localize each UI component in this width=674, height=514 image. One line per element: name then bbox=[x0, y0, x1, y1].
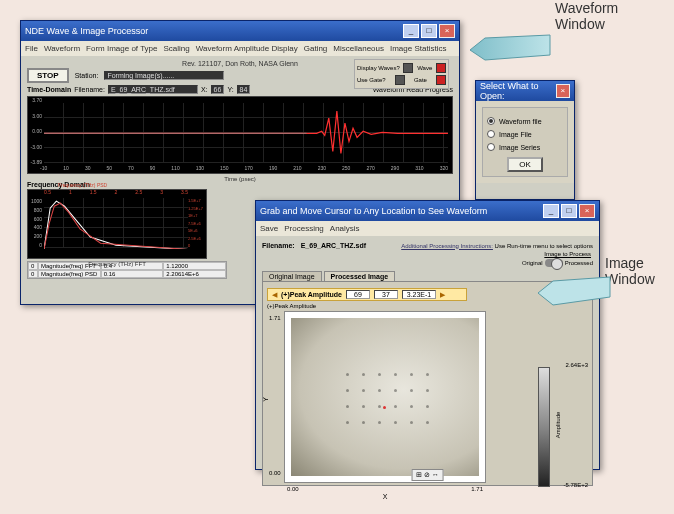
freq-section-title: Frequency Domain bbox=[27, 181, 227, 188]
colorbar-label: Amplitude bbox=[556, 412, 562, 439]
tab-processed[interactable]: Processed Image bbox=[324, 271, 396, 281]
view-tools[interactable]: ⊞ ⊘ ↔ bbox=[411, 469, 444, 481]
titlebar[interactable]: NDE Wave & Image Processor _ □ × bbox=[21, 21, 459, 41]
time-section-title: Time-Domain bbox=[27, 86, 71, 93]
minimize-icon[interactable]: _ bbox=[403, 24, 419, 38]
pinhole bbox=[378, 373, 381, 376]
pinhole bbox=[346, 373, 349, 376]
menu-item[interactable]: File bbox=[25, 44, 38, 53]
station-label: Station: bbox=[75, 72, 99, 79]
instructions-link[interactable]: Additional Processing Instructions: bbox=[401, 243, 493, 249]
minimize-icon[interactable]: _ bbox=[543, 204, 559, 218]
frequency-domain-plot[interactable]: 0.511.522.533.5 Frequency (THz) PSD 1000… bbox=[27, 189, 207, 259]
toolstrip: ◀ (+)Peak Amplitude 69 37 3.23E-1 ▶ bbox=[267, 288, 467, 301]
y-axis-label: Y bbox=[262, 397, 269, 402]
pinhole bbox=[346, 421, 349, 424]
titlebar[interactable]: Grab and Move Cursor to Any Location to … bbox=[256, 201, 599, 221]
menu-item[interactable]: Scaling bbox=[163, 44, 189, 53]
select-open-dialog: Select What to Open: × Waveform file Ima… bbox=[475, 80, 575, 200]
radio-dot-icon bbox=[487, 143, 495, 151]
use-gate-label: Use Gate? bbox=[357, 77, 386, 83]
time-domain-plot[interactable]: 3.70 3.00 0.00 -3.00 -3.89 -101030507090… bbox=[27, 96, 453, 174]
maximize-icon[interactable]: □ bbox=[561, 204, 577, 218]
pinhole bbox=[346, 389, 349, 392]
freq-x-axis-label: Frequency (THz) FFT bbox=[88, 261, 146, 267]
menu-item[interactable]: Image Statistics bbox=[390, 44, 446, 53]
gate-checkbox[interactable] bbox=[436, 75, 446, 85]
filename-value: E_69_ARC_THZ.sdf bbox=[301, 242, 366, 249]
tool-name: (+)Peak Amplitude bbox=[281, 291, 342, 298]
wave-checkbox[interactable] bbox=[436, 63, 446, 73]
close-icon[interactable]: × bbox=[439, 24, 455, 38]
value-2[interactable]: 37 bbox=[374, 290, 398, 299]
pinhole bbox=[394, 373, 397, 376]
colorbar-min: -5.78E+2 bbox=[563, 482, 588, 488]
pinhole bbox=[426, 389, 429, 392]
freq-psd-header: Frequency (THz) PSD bbox=[58, 182, 107, 188]
radio-dot-icon bbox=[487, 130, 495, 138]
tab-original[interactable]: Original Image bbox=[262, 271, 322, 281]
colorbar-max: 2.64E+3 bbox=[565, 362, 588, 368]
pinhole bbox=[378, 421, 381, 424]
ok-button[interactable]: OK bbox=[507, 157, 543, 172]
colorbar[interactable] bbox=[538, 367, 550, 487]
station-field: Forming Image(s)...... bbox=[104, 71, 224, 80]
menu-item[interactable]: Gating bbox=[304, 44, 328, 53]
pinhole bbox=[426, 405, 429, 408]
pinhole bbox=[362, 421, 365, 424]
toggle-switch[interactable] bbox=[545, 259, 563, 267]
pinhole bbox=[346, 405, 349, 408]
title-text: Grab and Move Cursor to Any Location to … bbox=[260, 206, 487, 216]
dialog-titlebar[interactable]: Select What to Open: × bbox=[476, 81, 574, 101]
pinhole bbox=[426, 421, 429, 424]
wave-label: Wave bbox=[417, 65, 432, 71]
stop-button[interactable]: STOP bbox=[27, 68, 69, 83]
filename-label: Filename: bbox=[74, 86, 105, 93]
filename-field: E_69_ARC_THZ.sdf bbox=[108, 85, 198, 94]
radio-image-series[interactable]: Image Series bbox=[487, 143, 563, 151]
radio-waveform-file[interactable]: Waveform file bbox=[487, 117, 563, 125]
menu-item[interactable]: Save bbox=[260, 224, 278, 233]
menu-item[interactable]: Waveform bbox=[44, 44, 80, 53]
dialog-title: Select What to Open: bbox=[480, 81, 554, 101]
close-icon[interactable]: × bbox=[579, 204, 595, 218]
use-gate-checkbox[interactable] bbox=[395, 75, 405, 85]
menu-item[interactable]: Processing bbox=[284, 224, 324, 233]
menu-item[interactable]: Miscellaneous bbox=[333, 44, 384, 53]
arrow-right-icon[interactable]: ▶ bbox=[440, 291, 445, 299]
arrow-icon bbox=[535, 275, 615, 315]
pinhole bbox=[394, 405, 397, 408]
image-view[interactable] bbox=[285, 312, 485, 482]
arrow-left-icon[interactable]: ◀ bbox=[272, 291, 277, 299]
pinhole bbox=[410, 421, 413, 424]
waveform-trace bbox=[44, 103, 448, 164]
close-icon[interactable]: × bbox=[556, 84, 570, 98]
arrow-icon bbox=[465, 30, 555, 70]
pinhole bbox=[362, 373, 365, 376]
pinhole bbox=[394, 389, 397, 392]
maximize-icon[interactable]: □ bbox=[421, 24, 437, 38]
time-x-axis-label: Time (psec) bbox=[224, 176, 255, 182]
cursor-point-icon[interactable] bbox=[383, 406, 386, 409]
value-1[interactable]: 69 bbox=[346, 290, 370, 299]
title-text: NDE Wave & Image Processor bbox=[25, 26, 148, 36]
menubar: Save Processing Analysis bbox=[256, 221, 599, 236]
x-label: X: bbox=[201, 86, 208, 93]
value-3[interactable]: 3.23E-1 bbox=[402, 290, 436, 299]
x-field: 66 bbox=[211, 85, 225, 94]
radio-image-file[interactable]: Image File bbox=[487, 130, 563, 138]
y-label: Y: bbox=[227, 86, 233, 93]
menu-item[interactable]: Analysis bbox=[330, 224, 360, 233]
display-waves-checkbox[interactable] bbox=[403, 63, 413, 73]
pinhole bbox=[378, 389, 381, 392]
image-process-toggle[interactable]: Image to Process bbox=[544, 251, 593, 257]
y-field: 84 bbox=[237, 85, 251, 94]
menubar: File Waveform Form Image of Type Scaling… bbox=[21, 41, 459, 56]
pinhole bbox=[410, 405, 413, 408]
menu-item[interactable]: Waveform Amplitude Display bbox=[196, 44, 298, 53]
pinhole bbox=[410, 389, 413, 392]
menu-item[interactable]: Form Image of Type bbox=[86, 44, 157, 53]
svg-marker-0 bbox=[470, 35, 550, 60]
annotation-waveform: Waveform Window bbox=[555, 0, 618, 32]
pinhole bbox=[378, 405, 381, 408]
